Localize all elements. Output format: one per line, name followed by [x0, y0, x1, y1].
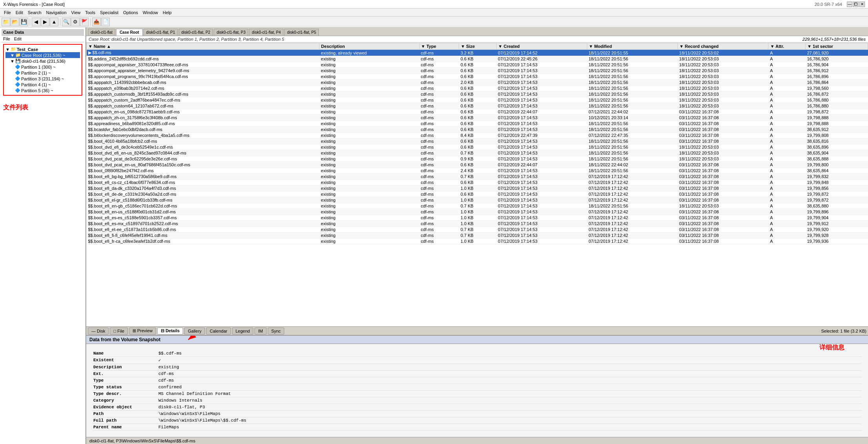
tab-p4[interactable]: disk0-cl1-flat, P4: [249, 29, 283, 36]
table-row[interactable]: $$.boot_dvd_efi_en-us_8245c3aed97c0844.c…: [87, 150, 868, 156]
table-row[interactable]: $$.boot_efi_es-mx_c51897d701cb2522.cdf-m…: [87, 221, 868, 227]
table-row[interactable]: $$.boot_efi_fi-fi_c6fef45efef19941.cdf-m…: [87, 233, 868, 238]
left-menu-edit[interactable]: Edit: [14, 36, 22, 41]
table-row[interactable]: $$.boot_0f890f82be247f42.cdf-msexistingc…: [87, 168, 868, 174]
maximize-button[interactable]: ⧠: [853, 2, 859, 7]
table-row[interactable]: $$.apppatch_zh-cn_31758f6e3c3f408b.cdf-m…: [87, 115, 868, 121]
table-row[interactable]: $$.addins_2452dff8cb692cdd.cdf-msexistin…: [87, 56, 868, 62]
report-button[interactable]: 📄: [101, 18, 110, 26]
tab-caseroot[interactable]: Case Root: [116, 29, 142, 36]
menu-file[interactable]: File: [2, 9, 13, 16]
table-row[interactable]: $$.apppatch_custom64_12107ab672.cdf-msex…: [87, 103, 868, 109]
btab-calendar[interactable]: Calendar: [206, 328, 231, 335]
table-row[interactable]: $$.apppatch_custom_2adff76bea4847ec.cdf-…: [87, 97, 868, 103]
btab-disk[interactable]: — Disk: [88, 328, 109, 335]
new-case-button[interactable]: 📁: [2, 18, 10, 26]
table-row[interactable]: $$.apppatch_en-us_098dc872781aebb9.cdf-m…: [87, 109, 868, 115]
col-desc[interactable]: Description: [320, 43, 419, 50]
table-row[interactable]: $$.boot_dvd_pcat_en-us_80af7686f451a150c…: [87, 162, 868, 168]
table-cell: cdf-ms: [419, 156, 459, 162]
detail-label: Full path: [93, 417, 155, 424]
table-row[interactable]: ▶ $$.cdf-msexisting, already viewedcdf-m…: [87, 50, 868, 56]
table-row[interactable]: $$.boot_dvd_pcat_de3c62295de3e26e.cdf-ms…: [87, 156, 868, 162]
table-row[interactable]: $$.boot_efi_fr-ca_c6fee3eafef1b2df.cdf-m…: [87, 238, 868, 244]
tree-item-p1[interactable]: 🔷 Partition 1 (300) ~: [5, 64, 80, 70]
tree-item-p5[interactable]: 🔷 Partition 5 (36) ~: [5, 87, 80, 93]
table-row[interactable]: $$.apppatch_1143992cbbbebcab.cdf-msexist…: [87, 80, 868, 86]
tab-p2[interactable]: disk0-cl1-flat, P2: [179, 29, 213, 36]
col-attr[interactable]: ▼ Attr.: [768, 43, 806, 50]
btab-legend[interactable]: Legend: [232, 328, 254, 335]
left-menu-file[interactable]: File: [3, 36, 10, 41]
minimize-button[interactable]: —: [847, 2, 852, 7]
table-row[interactable]: $$.boot_efi_en-us_c5188f0d01cb31d2.cdf-m…: [87, 209, 868, 215]
col-type[interactable]: ▼ Type: [419, 43, 459, 50]
table-cell: 18/11/2022 20:51:56: [587, 80, 677, 86]
menu-window[interactable]: Window: [140, 9, 160, 16]
table-row[interactable]: $$.boot_efi_bg-bg_bf6512730a586be9.cdf-m…: [87, 174, 868, 180]
btab-sync[interactable]: Sync: [268, 328, 284, 335]
table-row[interactable]: $$.appcompat_appraiser_33781004733ffeee.…: [87, 62, 868, 68]
flag-button[interactable]: 🚩: [80, 18, 89, 26]
search-button[interactable]: 🔍: [62, 18, 71, 26]
forward-button[interactable]: ▶: [41, 18, 49, 26]
tree-item-testcase[interactable]: ▼ 📁 Test_Case: [5, 46, 80, 52]
tab-p3[interactable]: disk0-cl1-flat, P3: [214, 29, 248, 36]
table-row[interactable]: $$.boot_efi_en-gb_c5186ec701cb622d.cdf-m…: [87, 203, 868, 209]
tree-item-caseroot[interactable]: ▼ 📁 Case Root (231,536) ~: [5, 52, 80, 58]
table-cell: A: [768, 162, 806, 168]
table-row[interactable]: $$.boot_efi_et-ee_c51873a101cb5b86.cdf-m…: [87, 227, 868, 233]
table-row[interactable]: $$.bitlockerdiscoveryvolumecontents_4ba1…: [87, 133, 868, 138]
col-created[interactable]: ▼ Created: [496, 43, 587, 50]
table-row[interactable]: $$.boot_efi_el-gr_c5188d6f01cb33fb.cdf-m…: [87, 197, 868, 203]
menu-navigation[interactable]: Navigation: [44, 9, 69, 16]
menu-help[interactable]: Help: [160, 9, 174, 16]
tab-p1[interactable]: disk0-cl1-flat, P1: [143, 29, 178, 36]
open-button[interactable]: 📂: [11, 18, 19, 26]
tree-item-p3[interactable]: 🔷 Partition 3 (231,194) ~: [5, 76, 80, 82]
tree-item-p2[interactable]: 🔷 Partition 2 (1) ~: [5, 70, 80, 76]
close-button[interactable]: ✕: [859, 2, 865, 7]
tab-p5[interactable]: disk0-cl1-flat, P5: [284, 29, 319, 36]
menu-view[interactable]: View: [69, 9, 83, 16]
menu-options[interactable]: Options: [121, 9, 140, 16]
btab-gallery[interactable]: Gallery: [184, 328, 205, 335]
btab-preview[interactable]: ⊞ Preview: [129, 328, 156, 335]
col-sector[interactable]: ▼ 1st sector: [805, 43, 868, 50]
col-name[interactable]: ▼ Name ▲: [87, 43, 320, 50]
tree-item-p4[interactable]: 🔷 Partition 4 (1) ~: [5, 82, 80, 87]
table-row[interactable]: $$.apppatch_customsdb_3bf1ff155493adb9c.…: [87, 91, 868, 97]
tree-item-disk0[interactable]: ▼ 💾 disk0-cl1-flat (231,536): [5, 58, 80, 64]
table-row[interactable]: $$.appcompat_programs_99c7f419bd54f4ca.c…: [87, 74, 868, 80]
col-size[interactable]: ▼ Size: [459, 43, 496, 50]
table-row[interactable]: $$.bcastdvr_fab1ebc0dbf2dacb.cdf-msexist…: [87, 127, 868, 133]
table-row[interactable]: $$.boot_efi_es-es_c5188e5901cb3357.cdf-m…: [87, 215, 868, 221]
col-modified[interactable]: ▼ Modified: [587, 43, 677, 50]
menu-search[interactable]: Search: [25, 9, 44, 16]
btab-im[interactable]: IM: [254, 328, 266, 335]
table-row[interactable]: $$.boot_4010 4b85a18bfcb2.cdf-msexisting…: [87, 138, 868, 144]
table-cell: 16,786,880: [805, 103, 868, 109]
table-row[interactable]: $$.boot_dvd_efi_de3c4ceb52549e1c.cdf-mse…: [87, 144, 868, 150]
up-button[interactable]: ▲: [50, 18, 58, 26]
table-row[interactable]: $$.boot_efi_da-dk_c3320a1704a4f7d3.cdf-m…: [87, 186, 868, 191]
menu-edit[interactable]: Edit: [13, 9, 25, 16]
menu-tools[interactable]: Tools: [83, 9, 98, 16]
tab-disk0-flat[interactable]: disk0-cl1-flat: [88, 29, 115, 36]
back-button[interactable]: ◀: [32, 18, 40, 26]
table-row[interactable]: $$.appcompat_appraiser_telemetry_94274e9…: [87, 68, 868, 74]
table-row[interactable]: $$.apppatch_e39bab3b20714e2.cdf-msexisti…: [87, 86, 868, 91]
menu-specialist[interactable]: Specialist: [98, 9, 121, 16]
col-record-changed[interactable]: ▼ Record changed: [677, 43, 768, 50]
filelist[interactable]: ▼ Name ▲ Description ▼ Type ▼ Size ▼ Cre…: [86, 43, 868, 326]
table-cell: 16,786,880: [805, 97, 868, 103]
table-row[interactable]: $$.appreadiness_b6ba89081e320d85.cdf-mse…: [87, 121, 868, 127]
export-button[interactable]: 📤: [92, 18, 101, 26]
table-row[interactable]: $$.boot_efi_cs-cz_c14bac6f077e8634.cdf-m…: [87, 180, 868, 186]
btab-file[interactable]: □ File: [110, 328, 127, 335]
table-cell: A: [768, 191, 806, 197]
filter-button[interactable]: ⚙: [71, 18, 80, 26]
btab-details[interactable]: ⊟ Details: [157, 328, 183, 335]
table-row[interactable]: $$.boot_efi_de-de_c331fe2304a50a2d.cdf-m…: [87, 191, 868, 197]
save-button[interactable]: 💾: [20, 18, 28, 26]
